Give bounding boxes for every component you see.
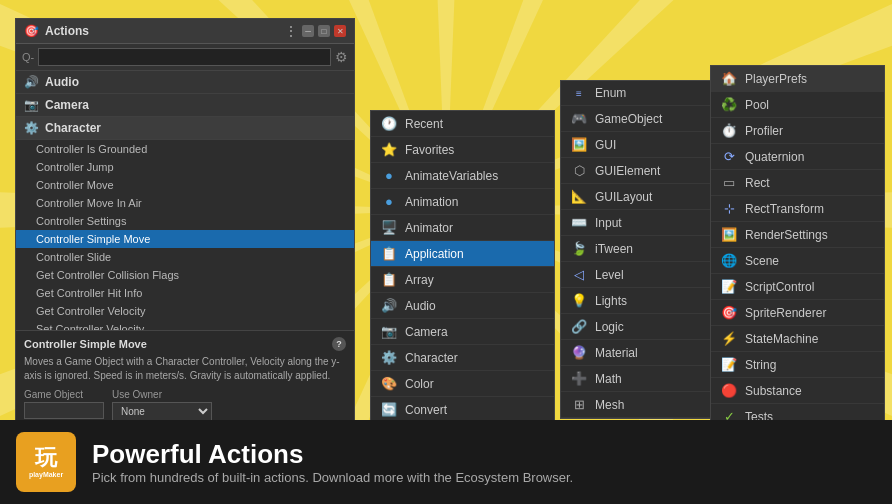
- panel-controls: ⋮ ─ □ ✕: [284, 23, 346, 39]
- search-icon: Q-: [22, 51, 34, 63]
- bottom-subtitle: Pick from hundreds of built-in actions. …: [92, 470, 573, 485]
- middle-item-camera[interactable]: 📷 Camera: [371, 319, 554, 345]
- category-character[interactable]: ⚙️ Character: [16, 117, 354, 140]
- list-item[interactable]: Set Controller Velocity: [16, 320, 354, 330]
- middle-item-animation[interactable]: ● Animation: [371, 189, 554, 215]
- farright-item-rect[interactable]: ▭ Rect: [711, 170, 884, 196]
- use-owner-select[interactable]: None: [112, 402, 212, 421]
- farright-item-scene[interactable]: 🌐 Scene: [711, 248, 884, 274]
- maximize-button[interactable]: □: [318, 25, 330, 37]
- convert-icon: 🔄: [381, 402, 397, 417]
- far-right-panel: 🏠 PlayerPrefs ♻️ Pool ⏱️ Profiler ⟳ Quat…: [710, 65, 885, 431]
- farright-item-scriptcontrol[interactable]: 📝 ScriptControl: [711, 274, 884, 300]
- close-button[interactable]: ✕: [334, 25, 346, 37]
- minimize-button[interactable]: ─: [302, 25, 314, 37]
- list-item[interactable]: Controller Is Grounded: [16, 140, 354, 158]
- footer-description: Moves a Game Object with a Character Con…: [24, 355, 346, 383]
- farright-item-profiler[interactable]: ⏱️ Profiler: [711, 118, 884, 144]
- pool-icon: ♻️: [721, 97, 737, 112]
- application-icon: 📋: [381, 246, 397, 261]
- list-item[interactable]: Controller Move In Air: [16, 194, 354, 212]
- camera-icon: 📷: [24, 98, 39, 112]
- category-camera[interactable]: 📷 Camera: [16, 94, 354, 117]
- farright-item-recttransform[interactable]: ⊹ RectTransform: [711, 196, 884, 222]
- farright-item-substance[interactable]: 🔴 Substance: [711, 378, 884, 404]
- game-object-input[interactable]: [24, 402, 104, 419]
- middle-item-array[interactable]: 📋 Array: [371, 267, 554, 293]
- animator-icon: 🖥️: [381, 220, 397, 235]
- animatevars-icon: ●: [381, 168, 397, 183]
- farright-item-string[interactable]: 📝 String: [711, 352, 884, 378]
- farright-item-quaternion[interactable]: ⟳ Quaternion: [711, 144, 884, 170]
- logic-icon: 🔗: [571, 319, 587, 334]
- middle-item-recent[interactable]: 🕐 Recent: [371, 111, 554, 137]
- middle-panel: 🕐 Recent ⭐ Favorites ● AnimateVariables …: [370, 110, 555, 424]
- farright-item-statemachine[interactable]: ⚡ StateMachine: [711, 326, 884, 352]
- farright-item-playerprefs[interactable]: 🏠 PlayerPrefs: [711, 66, 884, 92]
- level-icon: ◁: [571, 267, 587, 282]
- game-object-label: Game Object: [24, 389, 104, 400]
- bottom-title: Powerful Actions: [92, 439, 573, 470]
- list-item-selected[interactable]: Controller Simple Move: [16, 230, 354, 248]
- middle-item-favorites[interactable]: ⭐ Favorites: [371, 137, 554, 163]
- string-icon: 📝: [721, 357, 737, 372]
- search-input[interactable]: [38, 48, 331, 66]
- array-icon: 📋: [381, 272, 397, 287]
- audio-icon: 🔊: [381, 298, 397, 313]
- use-owner-field: Use Owner None: [112, 389, 212, 421]
- material-icon: 🔮: [571, 345, 587, 360]
- list-item[interactable]: Get Controller Collision Flags: [16, 266, 354, 284]
- dots-icon[interactable]: ⋮: [284, 23, 298, 39]
- recent-icon: 🕐: [381, 116, 397, 131]
- bottom-bar: 玩 playMaker Powerful Actions Pick from h…: [0, 420, 892, 504]
- list-item[interactable]: Get Controller Velocity: [16, 302, 354, 320]
- middle-item-application[interactable]: 📋 Application: [371, 241, 554, 267]
- enum-icon: ≡: [571, 88, 587, 99]
- itween-icon: 🍃: [571, 241, 587, 256]
- audio-icon: 🔊: [24, 75, 39, 89]
- rendersettings-icon: 🖼️: [721, 227, 737, 242]
- guielement-icon: ⬡: [571, 163, 587, 178]
- middle-item-color[interactable]: 🎨 Color: [371, 371, 554, 397]
- mesh-icon: ⊞: [571, 397, 587, 412]
- farright-item-spriterenderer[interactable]: 🎯 SpriteRenderer: [711, 300, 884, 326]
- game-object-field: Game Object: [24, 389, 104, 421]
- list-item[interactable]: Controller Move: [16, 176, 354, 194]
- recttransform-icon: ⊹: [721, 201, 737, 216]
- farright-item-rendersettings[interactable]: 🖼️ RenderSettings: [711, 222, 884, 248]
- middle-item-audio[interactable]: 🔊 Audio: [371, 293, 554, 319]
- lights-icon: 💡: [571, 293, 587, 308]
- list-item[interactable]: Controller Jump: [16, 158, 354, 176]
- actions-list: 🔊 Audio 📷 Camera ⚙️ Character Controller…: [16, 71, 354, 330]
- input-icon: ⌨️: [571, 215, 587, 230]
- help-icon[interactable]: ?: [332, 337, 346, 351]
- guilayout-icon: 📐: [571, 189, 587, 204]
- list-item[interactable]: Get Controller Hit Info: [16, 284, 354, 302]
- character-icon2: ⚙️: [381, 350, 397, 365]
- gui-icon: 🖼️: [571, 137, 587, 152]
- logo-inner: 玩 playMaker: [29, 445, 63, 480]
- search-bar: Q- ⚙: [16, 44, 354, 71]
- actions-panel: 🎯 Actions ⋮ ─ □ ✕ Q- ⚙ 🔊 Audio 📷 Camera …: [15, 18, 355, 428]
- rect-icon: ▭: [721, 175, 737, 190]
- middle-item-animatevars[interactable]: ● AnimateVariables: [371, 163, 554, 189]
- middle-item-character[interactable]: ⚙️ Character: [371, 345, 554, 371]
- scriptcontrol-icon: 📝: [721, 279, 737, 294]
- gear-icon[interactable]: ⚙: [335, 49, 348, 65]
- footer-fields: Game Object Use Owner None: [24, 389, 346, 421]
- use-owner-label: Use Owner: [112, 389, 212, 400]
- spriterenderer-icon: 🎯: [721, 305, 737, 320]
- list-item[interactable]: Controller Slide: [16, 248, 354, 266]
- playerprefs-icon: 🏠: [721, 71, 737, 86]
- substance-icon: 🔴: [721, 383, 737, 398]
- category-audio[interactable]: 🔊 Audio: [16, 71, 354, 94]
- list-item[interactable]: Controller Settings: [16, 212, 354, 230]
- actions-panel-header: 🎯 Actions ⋮ ─ □ ✕: [16, 19, 354, 44]
- playmaker-logo: 玩 playMaker: [16, 432, 76, 492]
- footer-title: Controller Simple Move ?: [24, 337, 346, 351]
- farright-item-pool[interactable]: ♻️ Pool: [711, 92, 884, 118]
- statemachine-icon: ⚡: [721, 331, 737, 346]
- bottom-text-block: Powerful Actions Pick from hundreds of b…: [92, 439, 573, 485]
- middle-item-animator[interactable]: 🖥️ Animator: [371, 215, 554, 241]
- color-icon2: 🎨: [381, 376, 397, 391]
